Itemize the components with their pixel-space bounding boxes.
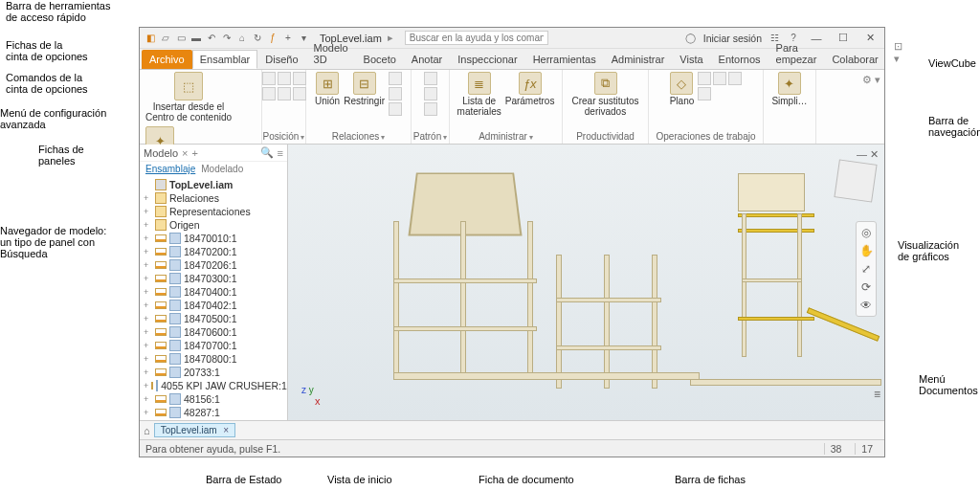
tree-part[interactable]: +18470300:1 xyxy=(142,272,285,285)
tree-part-label: 18470200:1 xyxy=(184,246,236,257)
tab-environ[interactable]: Entornos xyxy=(711,50,768,69)
callout-gfx: Visualización de gráficos xyxy=(898,239,959,262)
panel-admin-drop-icon[interactable] xyxy=(527,131,533,142)
tree-part[interactable]: +18470400:1 xyxy=(142,285,285,299)
home-view-icon[interactable]: ⌂ xyxy=(144,425,150,436)
panel-pattern: Patrón xyxy=(412,70,450,144)
panel-position-drop-icon[interactable] xyxy=(299,131,304,142)
browser-header: Modelo xyxy=(144,147,178,159)
panel-pattern-drop-icon[interactable] xyxy=(441,131,447,142)
document-tab-bar: ⌂ TopLevel.iam × xyxy=(140,420,884,439)
qat-sync-icon[interactable]: ↻ xyxy=(251,32,264,45)
cmd-union-label: Unión xyxy=(315,96,340,106)
viewport-close-icon[interactable]: — ✕ xyxy=(857,148,879,161)
tree-part[interactable]: +18470206:1 xyxy=(142,258,285,272)
panel-relations-drop-icon[interactable] xyxy=(379,131,385,142)
status-help-text: Para obtener ayuda, pulse F1. xyxy=(145,443,280,455)
browser-add-icon[interactable]: + xyxy=(192,147,198,159)
tree-part-label: 4055 KPI JAW CRUSHER:1 xyxy=(161,380,287,391)
tree-root[interactable]: TopLevel.iam xyxy=(142,178,285,191)
cmd-insert-from-cc[interactable]: ⬚Insertar desde el Centro de contenido xyxy=(145,72,232,122)
qat-open-icon[interactable]: ▭ xyxy=(174,32,188,45)
tree-part[interactable]: +48156:1 xyxy=(142,392,285,406)
tree-part-label: 18470402:1 xyxy=(184,300,236,311)
panel-relations: ⊞Unión ⊟Restringir Relaciones xyxy=(306,70,412,144)
tab-sketch[interactable]: Boceto xyxy=(356,50,404,69)
cmd-union[interactable]: ⊞Unión xyxy=(315,72,340,106)
tree-part[interactable]: +20733:1 xyxy=(142,366,285,379)
panel-workfeat-title: Operaciones de trabajo xyxy=(657,131,756,142)
tree-part[interactable]: +4055 KPI JAW CRUSHER:1 xyxy=(142,379,285,392)
ribbon-settings-icon[interactable]: ⚙ ▾ xyxy=(858,70,884,144)
cmd-plane[interactable]: ◇Plano xyxy=(670,72,695,106)
cmd-simplify[interactable]: ✦Simpli… xyxy=(771,72,807,106)
panel-productivity: ⧉Crear sustitutos derivados Productivida… xyxy=(563,70,649,144)
document-tab-close-icon[interactable]: × xyxy=(223,425,229,435)
browser-close-icon[interactable]: × xyxy=(182,147,188,159)
browser-tab-modeling[interactable]: Modelado xyxy=(201,164,243,174)
qat-new-icon[interactable]: ▱ xyxy=(159,32,172,45)
status-coord-2: 17 xyxy=(855,443,879,455)
tree-part[interactable]: +18470800:1 xyxy=(142,352,285,366)
tree-folder[interactable]: +Relaciones xyxy=(142,191,285,205)
tree-part-label: 18470206:1 xyxy=(184,259,236,271)
tree-part[interactable]: +18470010:1 xyxy=(142,232,285,245)
tree-part[interactable]: +18470700:1 xyxy=(142,339,285,352)
document-tab[interactable]: TopLevel.iam × xyxy=(154,423,236,437)
signin-link[interactable]: Iniciar sesión xyxy=(703,33,762,44)
tree-part[interactable]: +18470402:1 xyxy=(142,299,285,312)
tree-part[interactable]: +18470600:1 xyxy=(142,325,285,339)
cmd-restrict[interactable]: ⊟Restringir xyxy=(344,72,385,106)
pattern-grid[interactable] xyxy=(424,72,437,116)
tab-file[interactable]: Archivo xyxy=(142,50,192,69)
tree-folder[interactable]: +Representaciones xyxy=(142,205,285,218)
graphics-viewport[interactable]: — ✕ ◎ ✋ ⤢ ⟳ 👁 z yx xyxy=(288,145,884,420)
tab-annotate[interactable]: Anotar xyxy=(404,50,450,69)
qat-fx-icon[interactable]: ƒ xyxy=(266,32,279,45)
tab-getstart[interactable]: Para empezar xyxy=(768,38,825,69)
maximize-button[interactable]: ☐ xyxy=(833,32,854,44)
help-search-input[interactable] xyxy=(405,31,548,45)
tree-folder-label: Origen xyxy=(169,219,200,231)
cmd-bom-label: Lista de materiales xyxy=(457,96,501,117)
callout-doc-tab: Ficha de documento xyxy=(479,474,574,485)
qat-save-icon[interactable]: ▬ xyxy=(189,32,203,45)
documents-menu-icon[interactable]: ≡ xyxy=(874,388,880,401)
browser-search-icon[interactable]: 🔍 xyxy=(260,146,274,159)
tab-model3d[interactable]: Modelo 3D xyxy=(306,38,356,69)
browser-menu-icon[interactable]: ≡ xyxy=(278,147,283,159)
model-tree[interactable]: TopLevel.iam +Relaciones +Representacion… xyxy=(140,176,287,420)
qat-undo-icon[interactable]: ↶ xyxy=(205,32,218,45)
workfeat-grid[interactable] xyxy=(698,72,742,100)
cmd-bom[interactable]: ≣Lista de materiales xyxy=(457,72,501,117)
callout-model-browser: Navegador de modelo: un tipo de panel co… xyxy=(0,225,106,259)
tree-part[interactable]: +18470500:1 xyxy=(142,312,285,325)
cmd-params[interactable]: ƒxParámetros xyxy=(505,72,555,106)
panel-pattern-title: Patrón xyxy=(413,131,441,142)
tree-part[interactable]: +18470200:1 xyxy=(142,245,285,258)
tab-view[interactable]: Vista xyxy=(672,50,710,69)
qat-home-icon[interactable]: ⌂ xyxy=(235,32,249,45)
cmd-substitutes[interactable]: ⧉Crear sustitutos derivados xyxy=(571,72,638,117)
model-3d xyxy=(355,164,884,420)
tab-inspect[interactable]: Inspeccionar xyxy=(450,50,524,69)
ribbon-tabs: Archivo Ensamblar Diseño Modelo 3D Bocet… xyxy=(140,49,884,70)
close-button[interactable]: ✕ xyxy=(859,32,880,44)
relations-mini[interactable] xyxy=(389,72,402,116)
qat-plus-icon[interactable]: + xyxy=(281,32,295,45)
tree-folder[interactable]: +Origen xyxy=(142,218,285,232)
tab-collab[interactable]: Colaborar xyxy=(824,50,885,69)
tab-tools[interactable]: Herramientas xyxy=(525,50,604,69)
tab-design[interactable]: Diseño xyxy=(257,50,305,69)
tree-part-label: 20733:1 xyxy=(184,367,220,378)
tab-manage[interactable]: Administrar xyxy=(604,50,673,69)
tree-part[interactable]: +48287:1 xyxy=(142,406,285,419)
model-browser: Modelo × + 🔍 ≡ Ensamblaje Modelado TopLe… xyxy=(140,145,288,420)
tree-part-label: 18470700:1 xyxy=(184,340,236,351)
qat-redo-icon[interactable]: ↷ xyxy=(220,32,234,45)
user-icon[interactable]: ◯ xyxy=(684,32,698,45)
tab-assemble[interactable]: Ensamblar xyxy=(192,50,258,69)
ribbon-expand-icon[interactable]: ⊡ ▾ xyxy=(886,36,910,69)
position-grid[interactable] xyxy=(262,72,306,100)
browser-tab-assembly[interactable]: Ensamblaje xyxy=(145,164,195,174)
